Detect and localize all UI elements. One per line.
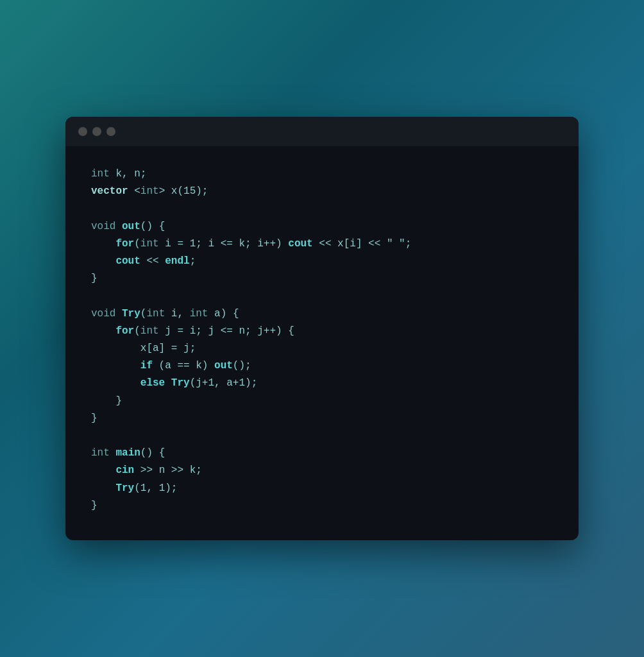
code-line: vector <int> x(15); bbox=[91, 183, 553, 200]
code-line: cout << endl; bbox=[91, 253, 553, 270]
code-line: cin >> n >> k; bbox=[91, 462, 553, 479]
code-editor: int k, n; vector <int> x(15); void out()… bbox=[65, 146, 579, 540]
code-line: Try(1, 1); bbox=[91, 480, 553, 497]
code-line: int main() { bbox=[91, 445, 553, 462]
code-line: if (a == k) out(); bbox=[91, 357, 553, 375]
code-line: } bbox=[91, 270, 553, 287]
blank-line bbox=[91, 201, 553, 218]
code-line: } bbox=[91, 497, 553, 515]
code-line: int k, n; bbox=[91, 166, 553, 183]
close-dot bbox=[78, 127, 87, 136]
code-line: } bbox=[91, 410, 553, 427]
code-line: else Try(j+1, a+1); bbox=[91, 375, 553, 392]
blank-line bbox=[91, 427, 553, 445]
maximize-dot bbox=[106, 127, 115, 136]
code-line: for(int i = 1; i <= k; i++) cout << x[i]… bbox=[91, 235, 553, 253]
code-window: int k, n; vector <int> x(15); void out()… bbox=[65, 117, 579, 540]
titlebar bbox=[65, 117, 579, 146]
code-line: } bbox=[91, 393, 553, 410]
blank-line bbox=[91, 287, 553, 305]
code-line: x[a] = j; bbox=[91, 340, 553, 357]
code-line: for(int j = i; j <= n; j++) { bbox=[91, 323, 553, 340]
code-line: void Try(int i, int a) { bbox=[91, 305, 553, 323]
minimize-dot bbox=[92, 127, 101, 136]
code-line: void out() { bbox=[91, 218, 553, 235]
